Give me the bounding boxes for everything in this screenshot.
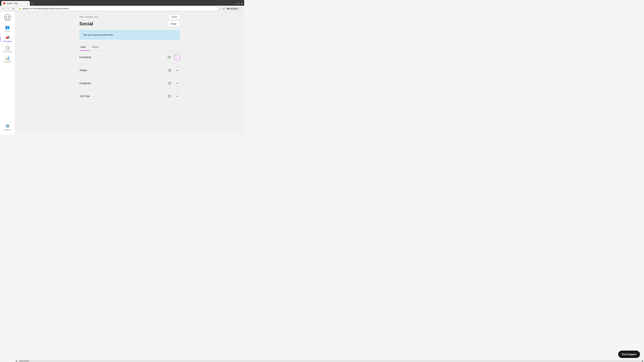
- youtube-view-button[interactable]: [167, 93, 172, 99]
- browser-tab[interactable]: ● Assets · Drip ✕: [1, 1, 30, 6]
- social-row-facebook: Facebook ✏: [79, 51, 180, 64]
- tab-favicon: ●: [3, 2, 5, 4]
- sidebar-item-workflows[interactable]: 📋 Workflows: [1, 44, 14, 54]
- incognito-icon: 🕶: [227, 7, 229, 10]
- instagram-view-button[interactable]: [167, 81, 172, 86]
- facebook-edit-button[interactable]: ✏: [174, 54, 180, 60]
- sidebar-item-campaigns[interactable]: 📣 Campaigns: [1, 34, 14, 43]
- workflows-icon: 📋: [5, 45, 10, 50]
- social-row-youtube: YouTube ✏: [79, 90, 180, 103]
- campaigns-icon: 📣: [5, 35, 10, 40]
- reload-button[interactable]: ↻: [12, 7, 16, 11]
- url-text: getdrip.com/7641396/settings/assets?sect…: [22, 7, 68, 10]
- lock-icon: 🔒: [18, 7, 21, 10]
- sidebar-item-label-campaigns: Campaigns: [3, 40, 12, 42]
- tab-title: Assets · Drip: [6, 2, 18, 4]
- menu-icon[interactable]: ⋮: [240, 7, 243, 10]
- tab-styles[interactable]: Styles: [89, 44, 102, 51]
- section-header: Social Close: [79, 21, 180, 27]
- forward-button[interactable]: ›: [6, 7, 10, 11]
- tabs-row: Links Styles: [79, 44, 180, 51]
- svg-point-6: [169, 96, 170, 97]
- youtube-edit-button[interactable]: ✏: [174, 93, 180, 99]
- analytics-icon: 📊: [5, 56, 10, 60]
- social-list: Facebook ✏: [79, 51, 180, 103]
- incognito-button[interactable]: 🕶 Incognito: [226, 7, 240, 10]
- top-close-button[interactable]: Close: [169, 14, 180, 19]
- section-title: Social: [79, 21, 93, 26]
- tab-close-icon[interactable]: ✕: [27, 2, 28, 4]
- new-tab-button[interactable]: +: [30, 1, 34, 6]
- sidebar-item-label-people: People: [4, 30, 10, 32]
- sidebar-item-label-analytics: Analytics: [4, 61, 11, 63]
- sidebar-item-analytics[interactable]: 📊 Analytics: [1, 54, 14, 64]
- extension-icon[interactable]: ⊡: [223, 7, 225, 10]
- main-content: Arial, Georgia, Arvo Close Social Close …: [15, 12, 244, 135]
- incognito-label: Incognito: [230, 7, 238, 10]
- twitter-view-button[interactable]: [167, 68, 172, 73]
- close-button[interactable]: Close: [167, 21, 180, 27]
- social-row-instagram: Instagram ✏: [79, 77, 180, 90]
- youtube-label: YouTube: [79, 95, 167, 98]
- svg-point-0: [4, 14, 10, 20]
- bookmark-icon[interactable]: ☆: [220, 7, 222, 10]
- sidebar-item-label-workflows: Workflows: [3, 50, 12, 52]
- sidebar: 👥 People 📣 Campaigns 📋 Workflows 📊 Analy…: [0, 12, 15, 135]
- info-box-text: Set your social media links.: [83, 33, 114, 36]
- twitter-label: Twitter: [79, 69, 167, 72]
- people-icon: 👥: [5, 25, 10, 29]
- info-box: Set your social media links.: [79, 30, 180, 40]
- tab-links[interactable]: Links: [79, 44, 89, 51]
- sidebar-item-label-settings: Settings: [4, 129, 11, 131]
- svg-point-3: [169, 57, 170, 58]
- back-button[interactable]: ‹: [1, 7, 5, 11]
- svg-point-2: [8, 16, 9, 17]
- fonts-hint-text: Arial, Georgia, Arvo: [79, 15, 98, 18]
- window-close-icon[interactable]: ✕: [241, 2, 243, 5]
- twitter-edit-button[interactable]: ✏: [174, 68, 180, 73]
- sidebar-item-people[interactable]: 👥 People: [1, 24, 14, 33]
- svg-point-4: [169, 70, 170, 71]
- svg-point-1: [6, 16, 7, 17]
- facebook-label: Facebook: [79, 56, 166, 59]
- address-bar[interactable]: 🔒 getdrip.com/7641396/settings/assets?se…: [16, 6, 218, 11]
- window-restore-icon[interactable]: ⧠: [238, 2, 240, 5]
- svg-point-5: [169, 83, 170, 84]
- facebook-view-button[interactable]: [166, 55, 172, 60]
- social-row-twitter: Twitter ✏: [79, 64, 180, 77]
- instagram-edit-button[interactable]: ✏: [174, 81, 180, 86]
- sidebar-logo: [4, 14, 11, 21]
- instagram-label: Instagram: [79, 82, 167, 85]
- settings-icon: ⚙️: [5, 124, 10, 128]
- sidebar-item-settings[interactable]: ⚙️ Settings: [1, 122, 14, 132]
- window-minimize-icon[interactable]: ─: [234, 2, 236, 5]
